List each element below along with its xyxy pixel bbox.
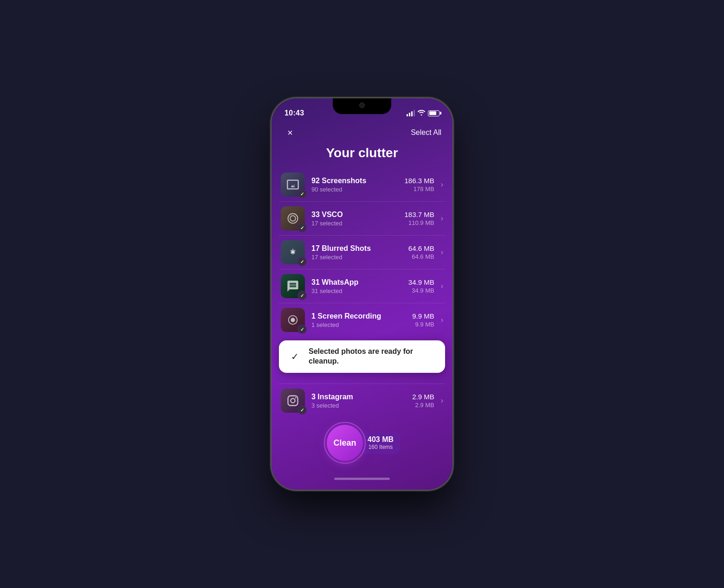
item-size-total: 64.6 MB xyxy=(408,244,434,252)
chevron-right-icon: › xyxy=(441,282,443,290)
status-icons xyxy=(407,109,440,117)
item-subtitle: 31 selected xyxy=(311,288,402,294)
page-title: Your clutter xyxy=(272,144,452,168)
check-badge xyxy=(297,189,307,198)
notification-banner: ✓ Selected photos are ready for cleanup. xyxy=(279,340,445,373)
item-size: 9.9 MB 9.9 MB xyxy=(412,312,434,328)
item-size-selected: 9.9 MB xyxy=(412,321,434,328)
clean-button-ring: Clean xyxy=(324,422,366,464)
size-badge: 403 MB 160 Items xyxy=(361,432,400,454)
check-badge xyxy=(297,291,307,300)
item-size: 64.6 MB 64.6 MB xyxy=(408,244,434,260)
check-badge xyxy=(297,257,307,266)
notification-text: Selected photos are ready for cleanup. xyxy=(309,347,437,366)
item-size: 183.7 MB 110.9 MB xyxy=(404,211,434,226)
list-item[interactable]: 1 Screen Recording 1 selected 9.9 MB 9.9… xyxy=(279,303,445,337)
item-subtitle: 17 selected xyxy=(311,220,398,227)
list-item[interactable]: 3 Instagram 3 selected 2.9 MB 2.9 MB › xyxy=(279,383,445,417)
wifi-icon xyxy=(418,109,425,117)
chevron-right-icon: › xyxy=(441,316,443,324)
close-button[interactable]: × xyxy=(283,125,297,140)
item-title: 3 Instagram xyxy=(311,393,406,401)
check-badge xyxy=(297,405,307,415)
item-info: 17 Blurred Shots 17 selected xyxy=(311,244,402,261)
select-all-button[interactable]: Select All xyxy=(411,128,441,137)
clean-area: Clean 403 MB 160 Items xyxy=(279,417,445,473)
item-size-selected: 178 MB xyxy=(404,185,434,192)
list-item[interactable]: 31 WhatsApp 31 selected 34.9 MB 34.9 MB … xyxy=(279,269,445,303)
item-icon-wrap xyxy=(281,389,305,413)
item-subtitle: 3 selected xyxy=(311,402,406,409)
phone-frame: 10:43 xyxy=(272,98,452,490)
home-bar xyxy=(334,478,390,480)
item-icon-wrap xyxy=(281,206,305,230)
clean-label: Clean xyxy=(333,438,356,448)
phone-screen: 10:43 xyxy=(272,98,452,490)
chevron-right-icon: › xyxy=(441,180,443,189)
item-subtitle: 17 selected xyxy=(311,254,402,261)
notification-check-icon: ✓ xyxy=(287,349,302,364)
item-size-selected: 64.6 MB xyxy=(408,253,434,260)
camera xyxy=(359,102,365,108)
svg-point-0 xyxy=(288,214,298,224)
bottom-area: 3 Instagram 3 selected 2.9 MB 2.9 MB › C… xyxy=(272,383,452,490)
item-icon-wrap xyxy=(281,173,305,197)
size-badge-items: 160 Items xyxy=(368,444,394,450)
item-title: 92 Screenshots xyxy=(311,177,398,185)
list-item[interactable]: 92 Screenshots 90 selected 186.3 MB 178 … xyxy=(279,168,445,201)
item-info: 33 VSCO 17 selected xyxy=(311,211,398,227)
nav-bar: × Select All xyxy=(272,121,452,144)
item-size-total: 183.7 MB xyxy=(404,211,434,218)
item-subtitle: 1 selected xyxy=(311,321,406,328)
item-title: 17 Blurred Shots xyxy=(311,244,402,253)
notch xyxy=(333,98,391,114)
item-size-total: 34.9 MB xyxy=(408,278,434,286)
size-badge-amount: 403 MB xyxy=(368,435,394,444)
chevron-right-icon: › xyxy=(441,396,443,405)
item-size-total: 9.9 MB xyxy=(412,312,434,320)
clean-button[interactable]: Clean xyxy=(327,425,363,461)
item-info: 92 Screenshots 90 selected xyxy=(311,177,398,193)
chevron-right-icon: › xyxy=(441,214,443,223)
item-info: 3 Instagram 3 selected xyxy=(311,393,406,409)
status-time: 10:43 xyxy=(284,109,304,117)
item-size-selected: 2.9 MB xyxy=(412,402,434,409)
item-size-total: 186.3 MB xyxy=(404,177,434,185)
item-info: 1 Screen Recording 1 selected xyxy=(311,312,406,328)
item-icon-wrap xyxy=(281,240,305,264)
list-item[interactable]: 33 VSCO 17 selected 183.7 MB 110.9 MB › xyxy=(279,201,445,235)
clean-button-wrap: Clean xyxy=(324,422,366,464)
item-icon-wrap xyxy=(281,274,305,298)
check-badge xyxy=(297,325,307,334)
item-title: 31 WhatsApp xyxy=(311,278,402,287)
item-title: 33 VSCO xyxy=(311,211,398,219)
home-indicator xyxy=(279,473,445,484)
item-size-selected: 110.9 MB xyxy=(404,219,434,226)
svg-point-1 xyxy=(290,216,296,221)
clutter-list: 92 Screenshots 90 selected 186.3 MB 178 … xyxy=(272,168,452,383)
item-size: 2.9 MB 2.9 MB xyxy=(412,393,434,409)
item-size: 186.3 MB 178 MB xyxy=(404,177,434,192)
item-title: 1 Screen Recording xyxy=(311,312,406,320)
svg-point-3 xyxy=(292,251,294,254)
check-badge xyxy=(297,223,307,232)
battery-icon xyxy=(428,110,440,116)
item-subtitle: 90 selected xyxy=(311,186,398,193)
item-icon-wrap xyxy=(281,308,305,332)
item-size-selected: 34.9 MB xyxy=(408,287,434,294)
item-size: 34.9 MB 34.9 MB xyxy=(408,278,434,294)
item-size-total: 2.9 MB xyxy=(412,393,434,401)
chevron-right-icon: › xyxy=(441,248,443,256)
svg-point-5 xyxy=(291,318,295,322)
item-info: 31 WhatsApp 31 selected xyxy=(311,278,402,294)
signal-icon xyxy=(407,110,415,116)
list-item[interactable]: 17 Blurred Shots 17 selected 64.6 MB 64.… xyxy=(279,235,445,269)
